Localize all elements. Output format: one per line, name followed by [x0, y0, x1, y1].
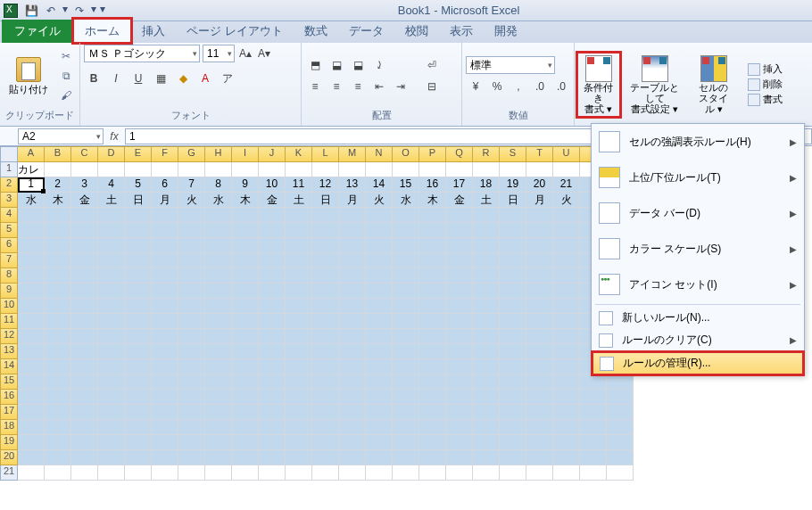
- tab-view[interactable]: 表示: [439, 20, 484, 43]
- cell[interactable]: [232, 284, 259, 299]
- cell[interactable]: [419, 465, 446, 481]
- cell[interactable]: [339, 208, 366, 223]
- cell[interactable]: [71, 238, 98, 253]
- column-header[interactable]: M: [339, 146, 366, 162]
- cell[interactable]: [366, 420, 393, 435]
- cell[interactable]: [125, 344, 152, 359]
- tab-page-layout[interactable]: ページ レイアウト: [176, 20, 294, 43]
- column-header[interactable]: I: [232, 146, 259, 162]
- cell[interactable]: [152, 450, 178, 465]
- cell[interactable]: [312, 450, 339, 465]
- cell[interactable]: [553, 405, 580, 420]
- cell[interactable]: [312, 314, 339, 329]
- cell[interactable]: [553, 450, 580, 465]
- cell[interactable]: [312, 390, 339, 405]
- cell[interactable]: [339, 329, 366, 344]
- cell[interactable]: [152, 420, 178, 435]
- cell[interactable]: 水: [205, 193, 232, 208]
- cell[interactable]: [152, 405, 178, 420]
- column-header[interactable]: K: [286, 146, 312, 162]
- cell[interactable]: [393, 359, 419, 374]
- cell[interactable]: [446, 238, 473, 253]
- cell[interactable]: [553, 435, 580, 450]
- cell[interactable]: [178, 268, 205, 284]
- cell[interactable]: [419, 329, 446, 344]
- cell[interactable]: [366, 162, 393, 177]
- cell[interactable]: [393, 390, 419, 405]
- cell[interactable]: [393, 238, 419, 253]
- format-cells-button[interactable]: 書式: [748, 93, 783, 106]
- cell[interactable]: [286, 435, 312, 450]
- cell[interactable]: [125, 223, 152, 238]
- cell[interactable]: [71, 450, 98, 465]
- cell[interactable]: [152, 238, 178, 253]
- cell[interactable]: [339, 465, 366, 481]
- row-header[interactable]: 9: [0, 284, 18, 299]
- cell[interactable]: [366, 405, 393, 420]
- cell[interactable]: [500, 359, 526, 374]
- cell[interactable]: 金: [259, 193, 286, 208]
- cell[interactable]: [500, 405, 526, 420]
- cell[interactable]: [500, 284, 526, 299]
- cell[interactable]: [393, 420, 419, 435]
- cell[interactable]: [125, 253, 152, 268]
- cell[interactable]: [526, 314, 553, 329]
- cell[interactable]: [205, 253, 232, 268]
- cell[interactable]: [125, 238, 152, 253]
- cell[interactable]: [205, 208, 232, 223]
- cell[interactable]: [45, 253, 71, 268]
- cell[interactable]: [473, 344, 500, 359]
- cell[interactable]: [393, 465, 419, 481]
- cell[interactable]: [18, 223, 45, 238]
- cell[interactable]: カレンダー: [18, 162, 45, 177]
- cell[interactable]: [152, 299, 178, 314]
- cell[interactable]: [98, 208, 125, 223]
- align-right-icon[interactable]: ≡: [348, 78, 368, 95]
- cell[interactable]: [98, 223, 125, 238]
- cell[interactable]: [18, 390, 45, 405]
- column-header[interactable]: O: [393, 146, 419, 162]
- cell[interactable]: [366, 253, 393, 268]
- cell[interactable]: 土: [473, 193, 500, 208]
- format-as-table-button[interactable]: テーブルとして書式設定 ▾: [623, 53, 686, 116]
- cell[interactable]: [98, 329, 125, 344]
- cell[interactable]: 水: [393, 193, 419, 208]
- column-header[interactable]: N: [366, 146, 393, 162]
- cell[interactable]: [312, 344, 339, 359]
- cell[interactable]: [205, 268, 232, 284]
- cell[interactable]: [553, 420, 580, 435]
- cell[interactable]: [152, 465, 178, 481]
- cell[interactable]: [152, 162, 178, 177]
- cell[interactable]: 14: [366, 177, 393, 193]
- cell[interactable]: [98, 420, 125, 435]
- cell[interactable]: [366, 208, 393, 223]
- menu-clear-rules[interactable]: ルールのクリア(C) ▶: [592, 329, 804, 351]
- cell[interactable]: 17: [446, 177, 473, 193]
- cell[interactable]: [446, 359, 473, 374]
- cell[interactable]: [178, 435, 205, 450]
- cell[interactable]: 15: [393, 177, 419, 193]
- cell[interactable]: [18, 208, 45, 223]
- cell[interactable]: [500, 390, 526, 405]
- cell[interactable]: [286, 344, 312, 359]
- cell[interactable]: [286, 420, 312, 435]
- cell[interactable]: [607, 390, 634, 405]
- cell[interactable]: [446, 268, 473, 284]
- cell[interactable]: [259, 405, 286, 420]
- cell[interactable]: [286, 208, 312, 223]
- cell[interactable]: [419, 284, 446, 299]
- row-header[interactable]: 12: [0, 329, 18, 344]
- cell[interactable]: [500, 162, 526, 177]
- cell[interactable]: [526, 223, 553, 238]
- bold-button[interactable]: B: [84, 70, 104, 87]
- cell[interactable]: 5: [125, 177, 152, 193]
- cell[interactable]: [178, 238, 205, 253]
- cell[interactable]: [45, 450, 71, 465]
- cell[interactable]: [312, 238, 339, 253]
- cell[interactable]: [286, 268, 312, 284]
- cell[interactable]: [232, 238, 259, 253]
- cell[interactable]: [98, 344, 125, 359]
- cell[interactable]: [71, 299, 98, 314]
- cell[interactable]: [393, 435, 419, 450]
- tab-data[interactable]: データ: [338, 20, 394, 43]
